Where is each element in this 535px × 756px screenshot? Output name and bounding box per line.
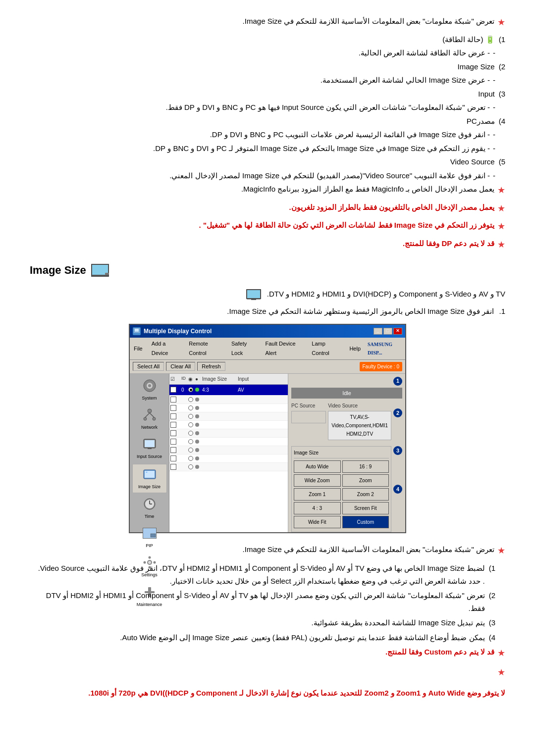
star-icon-5: ★ (497, 237, 505, 252)
row-radio[interactable] (188, 387, 193, 392)
row-imagesize: 4:3 (202, 386, 237, 394)
svg-point-12 (148, 409, 152, 413)
table-row[interactable] (169, 404, 288, 412)
table-row[interactable] (169, 421, 288, 429)
table-row[interactable] (169, 438, 288, 446)
16-9-btn[interactable]: 16 : 9 (342, 460, 389, 473)
video-source-value: TV,AV,S-Video,Component,HDMI1HDMI2,DTV (328, 411, 391, 440)
table-row[interactable]: 0 4:3 AV (169, 385, 288, 396)
row-checkbox[interactable] (170, 455, 176, 461)
auto-wide-btn[interactable]: Auto Wide (294, 460, 341, 473)
item-4-sub2: - - يقوم زر التحكم في Image Size في Imag… (30, 142, 505, 155)
row-checkbox[interactable] (170, 439, 176, 445)
mdc-main: System Network (130, 374, 405, 532)
table-row[interactable] (169, 396, 288, 404)
maximize-button[interactable]: □ (383, 328, 392, 335)
wide-zoom-btn[interactable]: Wide Zoom (294, 474, 341, 487)
custom-note-text: قد لا يتم دعم Custom وفقا للمنتج. (385, 646, 494, 658)
menu-safety-lock[interactable]: Safety Lock (229, 339, 259, 358)
screen-fit-btn[interactable]: Screen Fit (342, 502, 389, 514)
sidebar-item-pip[interactable]: PIP (132, 523, 167, 552)
sidebar-item-image-size[interactable]: Image Size (132, 464, 167, 493)
menu-lamp-control[interactable]: Lamp Control (310, 339, 342, 358)
sidebar-item-time[interactable]: Time (132, 494, 167, 522)
network-icon (142, 407, 158, 423)
table-row[interactable] (169, 412, 288, 421)
sidebar-item-system[interactable]: System (132, 376, 167, 404)
row-checkbox[interactable] (170, 447, 176, 453)
circle-3: 3 (393, 446, 402, 455)
time-icon (142, 496, 158, 512)
row-checkbox[interactable] (170, 422, 176, 428)
final-note-text: لا يتوفر وضع Auto Wide و Zoom1 و Zoom2 ل… (88, 689, 505, 697)
row-radio[interactable] (188, 448, 193, 453)
row-radio[interactable] (188, 405, 193, 410)
sidebar-item-network[interactable]: Network (132, 405, 167, 433)
zoom1-btn[interactable]: Zoom 1 (294, 488, 341, 501)
4-3-btn[interactable]: 4 : 3 (294, 502, 341, 514)
refresh-button[interactable]: Refresh (197, 362, 225, 371)
image-size-sidebar-label: Image Size (138, 483, 160, 491)
row-radio[interactable] (188, 397, 193, 402)
mdc-window-buttons: _ □ ✕ (374, 328, 402, 335)
svg-rect-2 (105, 273, 109, 275)
clear-all-button[interactable]: Clear All (166, 362, 195, 371)
menu-help[interactable]: Help (347, 344, 363, 354)
star-final-icon: ★ (497, 665, 505, 680)
row-radio[interactable] (188, 464, 193, 469)
select-all-button[interactable]: Select All (133, 362, 164, 371)
row-checkbox[interactable] (170, 397, 176, 403)
row-checkbox[interactable] (170, 430, 176, 436)
menu-add-device[interactable]: Add a Device (150, 339, 182, 358)
row-checkbox[interactable] (170, 405, 176, 411)
row-radio[interactable] (188, 439, 193, 444)
wide-fit-btn[interactable]: Wide Fit (294, 516, 341, 528)
tv-line: TV و AV و S-Video و Component و DVI(HDCP… (30, 288, 505, 301)
bottom-item-3-text: يتم تبديل Image Size للشاشة المحددة بطري… (311, 616, 484, 629)
bottom-item-4-text: يمكن ضبط أوضاع الشاشة فقط عندما يتم توصي… (120, 631, 484, 644)
mdc-title: Multiple Display Control (144, 326, 212, 336)
mdc-sidebar: System Network (130, 374, 169, 532)
intro-star-text: تعرض "شبكة معلومات" بعض المعلومات الأساس… (243, 15, 494, 28)
custom-btn[interactable]: Custom (342, 516, 389, 528)
row-checkbox[interactable] (170, 413, 176, 419)
menu-remote-control[interactable]: Remote Control (187, 339, 224, 358)
minimize-button[interactable]: _ (374, 328, 382, 335)
row-radio[interactable] (188, 414, 193, 419)
item-4-sub1: - - انقر فوق Image Size في القائمة الرئي… (30, 128, 505, 141)
svg-point-14 (153, 417, 156, 420)
menu-file[interactable]: File (132, 344, 145, 354)
item-5-sub-text: - انقر فوق علامة التبويب "Video Source"(… (169, 169, 490, 182)
system-icon (142, 378, 158, 394)
close-button[interactable]: ✕ (393, 328, 402, 335)
num-2: 2) (499, 60, 505, 73)
image-size-title: Image Size (30, 261, 86, 279)
num-4: 4) (499, 115, 505, 128)
num-3: 3) (499, 88, 505, 101)
instruction-text: انقر فوق Image Size الخاص بالرموز الرئيس… (227, 307, 494, 315)
row-radio[interactable] (188, 422, 193, 427)
row-radio[interactable] (188, 431, 193, 436)
col-radio: ◉ (188, 375, 194, 383)
menu-fault-device[interactable]: Fault Device Alert (264, 339, 305, 358)
table-row[interactable] (169, 463, 288, 471)
row-checkbox[interactable] (170, 464, 176, 470)
item-5-label: Video Source (450, 155, 495, 168)
time-label: Time (145, 513, 155, 520)
samsung-note1: ★ يعمل مصدر الإدخال الخاص بالتلغريون فقط… (30, 201, 505, 216)
star-icon-3: ★ (497, 201, 505, 216)
mdc-window: Multiple Display Control _ □ ✕ File Add … (129, 324, 406, 533)
col-check: ☑ (170, 375, 180, 383)
num-5: 5) (499, 155, 505, 168)
row-checkbox[interactable] (170, 387, 176, 393)
svg-rect-5 (247, 290, 260, 298)
table-row[interactable] (169, 446, 288, 454)
zoom-btn[interactable]: Zoom (342, 474, 389, 487)
item-3: 3) Input (30, 88, 505, 101)
zoom2-btn[interactable]: Zoom 2 (342, 488, 389, 501)
table-row[interactable] (169, 454, 288, 463)
circle-4: 4 (393, 485, 402, 494)
table-row[interactable] (169, 429, 288, 438)
row-radio[interactable] (188, 456, 193, 461)
sidebar-item-input-source[interactable]: Input Source (132, 434, 167, 462)
